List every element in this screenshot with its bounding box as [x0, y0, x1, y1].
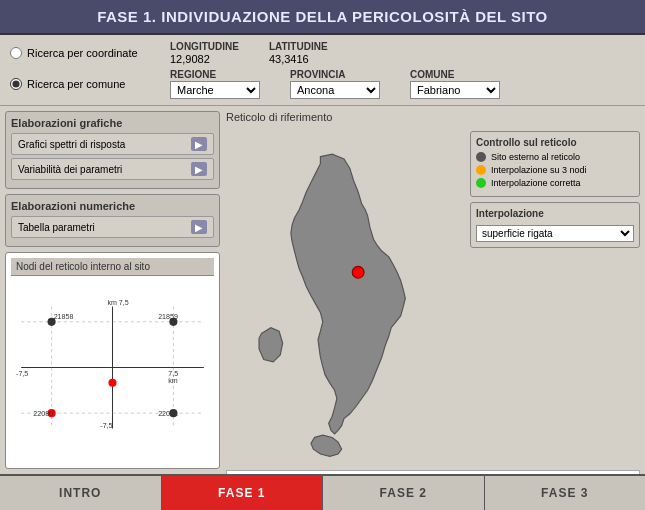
- legend-panel: Controllo sul reticolo Sito esterno al r…: [470, 131, 640, 465]
- svg-point-10: [108, 379, 116, 387]
- latitude-value: 43,3416: [269, 53, 328, 65]
- map-and-legend: Controllo sul reticolo Sito esterno al r…: [226, 131, 640, 465]
- legend-title: Controllo sul reticolo: [476, 137, 634, 148]
- left-panel: Elaborazioni grafiche Grafici spettri di…: [5, 111, 220, 469]
- comune-label: COMUNE: [410, 69, 500, 80]
- radio-coordinate-label[interactable]: Ricerca per coordinate: [10, 47, 150, 59]
- nodi-title: Nodi del reticolo interno al sito: [11, 258, 214, 276]
- radio-coordinate[interactable]: [10, 47, 22, 59]
- radio-comune-label[interactable]: Ricerca per comune: [10, 78, 150, 90]
- tabella-arrow[interactable]: ▶: [191, 220, 207, 234]
- svg-text:-7,5: -7,5: [16, 370, 28, 378]
- radio-comune[interactable]: [10, 78, 22, 90]
- comune-select[interactable]: Fabriano: [410, 81, 500, 99]
- content-area: Elaborazioni grafiche Grafici spettri di…: [0, 106, 645, 474]
- nodi-panel: Nodi del reticolo interno al sito: [5, 252, 220, 469]
- legend-item-3nodes: Interpolazione su 3 nodi: [476, 165, 634, 175]
- grafici-spettri-btn[interactable]: Grafici spettri di risposta ▶: [11, 133, 214, 155]
- variabilita-label: Variabilità dei parametri: [18, 164, 122, 175]
- legend-label-3nodes: Interpolazione su 3 nodi: [491, 165, 587, 175]
- svg-point-20: [352, 266, 364, 278]
- svg-text:km 7,5: km 7,5: [107, 299, 128, 307]
- radio-coordinate-text: Ricerca per coordinate: [27, 47, 138, 59]
- right-panel: Reticolo di riferimento: [226, 111, 640, 469]
- svg-text:21859: 21859: [158, 313, 178, 321]
- interp-title: Interpolazione: [476, 208, 634, 219]
- italy-map-svg: [226, 131, 462, 465]
- legend-label-external: Sito esterno al reticolo: [491, 152, 580, 162]
- nav-fase1-btn[interactable]: FASE 1: [162, 476, 324, 510]
- longitude-group: LONGITUDINE 12,9082: [170, 41, 239, 65]
- grafiche-panel: Elaborazioni grafiche Grafici spettri di…: [5, 111, 220, 189]
- legend-box: Controllo sul reticolo Sito esterno al r…: [470, 131, 640, 197]
- nav-intro-btn[interactable]: INTRO: [0, 476, 162, 510]
- numeriche-panel: Elaborazioni numeriche Tabella parametri…: [5, 194, 220, 247]
- latitude-label: LATITUDINE: [269, 41, 328, 52]
- comune-fields: REGIONE Marche PROVINCIA Ancona COMUNE F…: [170, 69, 500, 99]
- provincia-group: PROVINCIA Ancona: [290, 69, 380, 99]
- svg-text:21858: 21858: [54, 313, 74, 321]
- grafici-spettri-label: Grafici spettri di risposta: [18, 139, 125, 150]
- longitude-value: 12,9082: [170, 53, 239, 65]
- svg-text:km: km: [168, 377, 178, 385]
- tabella-btn[interactable]: Tabella parametri ▶: [11, 216, 214, 238]
- regione-label: REGIONE: [170, 69, 260, 80]
- variabilita-arrow[interactable]: ▶: [191, 162, 207, 176]
- interp-box: Interpolazione superficie rigata: [470, 202, 640, 248]
- legend-label-correct: Interpolazione corretta: [491, 178, 581, 188]
- regione-select[interactable]: Marche: [170, 81, 260, 99]
- variabilita-btn[interactable]: Variabilità dei parametri ▶: [11, 158, 214, 180]
- legend-item-correct: Interpolazione corretta: [476, 178, 634, 188]
- regione-group: REGIONE Marche: [170, 69, 260, 99]
- provincia-label: PROVINCIA: [290, 69, 380, 80]
- bottom-nav: INTRO FASE 1 FASE 2 FASE 3: [0, 474, 645, 510]
- interp-select[interactable]: superficie rigata: [476, 225, 634, 242]
- latitude-group: LATITUDINE 43,3416: [269, 41, 328, 65]
- svg-text:-7,5: -7,5: [100, 422, 112, 430]
- nav-fase3-btn[interactable]: FASE 3: [485, 476, 646, 510]
- legend-dot-external: [476, 152, 486, 162]
- radio-comune-text: Ricerca per comune: [27, 78, 125, 90]
- svg-text:22080: 22080: [33, 410, 53, 418]
- svg-text:22081: 22081: [158, 410, 178, 418]
- legend-item-external: Sito esterno al reticolo: [476, 152, 634, 162]
- legend-dot-correct: [476, 178, 486, 188]
- comune-group: COMUNE Fabriano: [410, 69, 500, 99]
- grafici-spettri-arrow[interactable]: ▶: [191, 137, 207, 151]
- coord-row: Ricerca per coordinate LONGITUDINE 12,90…: [10, 41, 635, 65]
- nodi-canvas: 21858 21859 22080 22081 km 7,5 7,5 km -7…: [11, 276, 214, 459]
- reticolo-title: Reticolo di riferimento: [226, 111, 640, 123]
- main-container: FASE 1. INDIVIDUAZIONE DELLA PERICOLOSIT…: [0, 0, 645, 510]
- italy-map-container: [226, 131, 462, 465]
- coord-fields: LONGITUDINE 12,9082 LATITUDINE 43,3416: [170, 41, 328, 65]
- longitude-label: LONGITUDINE: [170, 41, 239, 52]
- grafiche-title: Elaborazioni grafiche: [11, 117, 214, 129]
- nav-fase2-btn[interactable]: FASE 2: [323, 476, 485, 510]
- top-section: Ricerca per coordinate LONGITUDINE 12,90…: [0, 35, 645, 106]
- page-title: FASE 1. INDIVIDUAZIONE DELLA PERICOLOSIT…: [97, 8, 548, 25]
- numeriche-title: Elaborazioni numeriche: [11, 200, 214, 212]
- page-header: FASE 1. INDIVIDUAZIONE DELLA PERICOLOSIT…: [0, 0, 645, 35]
- tabella-label: Tabella parametri: [18, 222, 95, 233]
- comune-row: Ricerca per comune REGIONE Marche PROVIN…: [10, 69, 635, 99]
- provincia-select[interactable]: Ancona: [290, 81, 380, 99]
- legend-dot-3nodes: [476, 165, 486, 175]
- nodi-svg: 21858 21859 22080 22081 km 7,5 7,5 km -7…: [11, 276, 214, 459]
